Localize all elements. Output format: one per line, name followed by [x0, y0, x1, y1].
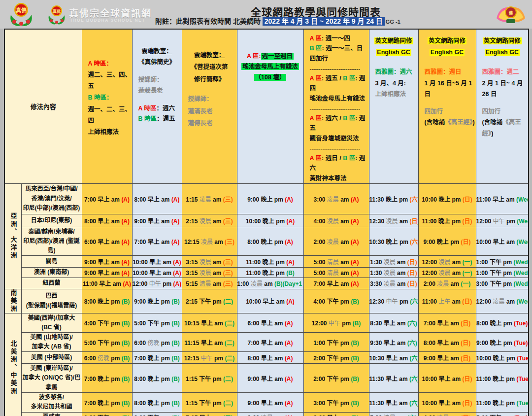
time-part: am	[397, 270, 407, 277]
time-part: (A)	[286, 259, 295, 266]
time-part: 9:00	[423, 239, 435, 245]
time-part: (二)	[223, 376, 233, 382]
time-cell-r7-c7: 4:00 下午 pm (B)	[303, 289, 369, 313]
schedule-table: 修法內容A 時區：週二、三、四、五B 時區：週一、二、三、四上師相應法雲端教室：…	[4, 29, 529, 416]
time-value: 10:00 晚上 pm (A)	[237, 216, 303, 225]
tbsn-crest-small-icon: 真佛	[47, 5, 66, 26]
time-cell-r3-c3: 6:00 早上 am (A)	[82, 227, 132, 256]
time-cell-r7-c5: 2:15 下午 pm (二)	[182, 289, 237, 313]
row-label-cell: 夏威夷	[21, 412, 82, 416]
time-part: (日)	[461, 340, 470, 347]
time-part: pm	[503, 320, 514, 327]
header-text: 週一至週日	[261, 53, 294, 60]
header-line	[419, 58, 476, 67]
time-part: pm	[506, 400, 516, 407]
time-part: 6:00	[247, 320, 259, 327]
time-part: 早上	[435, 355, 451, 362]
column-header-6: A 區:週一至週日瑤池金母馬上有錢法（108 壇）	[237, 29, 303, 183]
corner-header-label: 修法內容	[5, 102, 82, 111]
time-part: 7:00	[247, 340, 259, 347]
time-part: 1:00	[476, 270, 488, 277]
time-part: (Tue)	[517, 400, 529, 407]
time-part: (B)	[122, 298, 130, 305]
time-cell-r8-c6: 6:00 早上 am (A)	[237, 313, 303, 332]
time-part: (A)	[121, 270, 130, 277]
time-part: 12:15	[184, 355, 200, 362]
header-line: 西雅圖：週二	[476, 67, 529, 78]
header-text: B 區	[343, 115, 355, 122]
time-part: am	[113, 280, 123, 287]
time-part: 早上	[148, 270, 163, 277]
time-value: 9:00 晚上 pm (B)	[133, 297, 182, 305]
column-header-content: 雲端教室：《菩提道次第修行簡釋》授課師：蓮滿長老蓮傳長老	[182, 30, 237, 129]
time-part: 3:15	[186, 270, 198, 277]
time-cell-r13-c9: 4:00 凌晨 am (日)	[418, 412, 476, 416]
time-part: 4:00	[84, 320, 96, 327]
time-part: (Wed)	[517, 218, 529, 225]
time-part: 12:30	[369, 218, 385, 225]
time-part: (六)	[409, 376, 418, 382]
time-part: 5:00	[313, 259, 325, 266]
time-value: 11:15 早上 am (二)	[182, 338, 237, 347]
time-part: 下午	[325, 400, 340, 407]
header-text: 英文網路同修	[483, 37, 522, 44]
time-cell-r8-c4: 5:00 下午 pm (B)	[132, 313, 182, 332]
time-part: 晚上	[435, 239, 451, 245]
header-line: 蓮滿長老	[182, 105, 237, 117]
time-part: 早上	[146, 196, 162, 203]
time-part: am	[506, 239, 517, 245]
time-value: 3:15 凌晨 am (三)	[182, 257, 237, 266]
time-part: pm	[503, 270, 513, 277]
time-part: 7:00	[424, 320, 435, 327]
time-part: 下午	[488, 280, 503, 287]
column-header-3: A 時區：週二、三、四、五B 時區：週一、二、三、四上師相應法	[82, 29, 132, 183]
svg-text:真佛: 真佛	[53, 9, 61, 14]
time-part: (二)	[223, 298, 233, 305]
time-part: (B)	[171, 298, 180, 305]
time-part: 10:00	[246, 298, 261, 305]
time-cell-r10-c8: 10:30 早上 am (六)	[369, 352, 418, 364]
time-part: (二)	[225, 320, 234, 327]
time-part: (日)	[462, 298, 472, 305]
time-part: (日)	[410, 218, 418, 225]
time-value: 9:00 早上 am (A)	[133, 216, 182, 225]
time-part: (Tue)	[514, 320, 528, 327]
time-part: 11:00	[422, 218, 436, 225]
header-line: A 區: 週日 / B 區: 週六	[304, 153, 369, 173]
time-cell-r7-c4: 9:00 晚上 pm (B)	[132, 289, 182, 313]
time-part: 下午	[198, 376, 213, 382]
time-part: 8:00	[134, 400, 146, 407]
time-part: am	[213, 218, 223, 225]
header-text: )	[491, 130, 493, 137]
header-text: B 區	[343, 155, 355, 162]
time-part: 中午	[327, 320, 342, 327]
time-part: 10:00	[476, 239, 492, 245]
header-line: (含唸誦《高王經》)	[476, 117, 529, 139]
column-header-content: 英文網路同修English GC西雅圖：週二2 月 1 日~ 4 月 26 日四…	[476, 30, 529, 139]
header-line	[182, 85, 237, 93]
header-text: ----------------------------	[310, 66, 361, 71]
time-part: 9:00	[84, 259, 96, 266]
time-value: 11:00 晚上 pm (Tue)	[476, 374, 529, 382]
time-cell-r6-c4: 12:00 中午 pm (A)	[132, 277, 182, 289]
time-part: 凌晨	[198, 218, 213, 225]
time-part: (三)	[225, 239, 234, 245]
time-value: 10:00 早上 am (日)	[419, 374, 476, 382]
header-line: 3 月、4 月:	[369, 78, 418, 89]
header-text: 四加行	[310, 55, 329, 62]
column-header-5: 雲端教室：《菩提道次第修行簡釋》授課師：蓮滿長老蓮傳長老	[182, 29, 237, 183]
time-value: 10:30 晚上 pm (六)	[369, 237, 418, 245]
time-part: 晚上	[96, 298, 111, 305]
time-part: (Wed)	[516, 196, 529, 203]
time-value: 1:15 凌晨 am (三)	[182, 195, 237, 203]
time-part: 12:00	[476, 218, 492, 225]
time-part: am	[399, 218, 410, 225]
header-line: 授課師：	[133, 75, 182, 86]
header-text: : 週一～四	[322, 35, 350, 42]
time-part: pm	[213, 298, 223, 305]
time-value: 1:00 下午 pm (B)	[82, 413, 132, 416]
time-part: 8:00	[424, 340, 435, 347]
time-cell-r3-c4: 7:00 早上 am (A)	[132, 227, 182, 256]
time-value: 8:00 晚上 pm (B)	[82, 297, 132, 305]
time-part: (A)	[285, 400, 293, 407]
